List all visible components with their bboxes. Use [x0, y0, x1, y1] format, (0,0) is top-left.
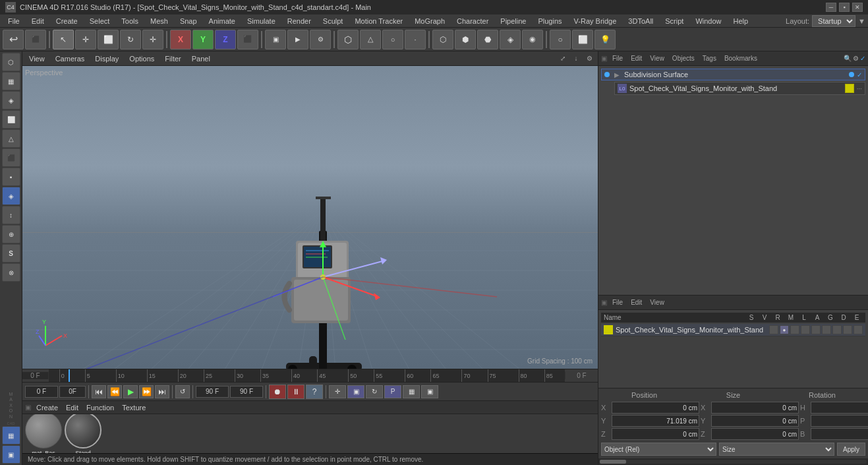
mode-solid[interactable]: ⬜: [2, 110, 20, 129]
menu-simulate[interactable]: Simulate: [242, 15, 281, 27]
p-rot-input[interactable]: [811, 415, 868, 427]
render-region-button[interactable]: ▣: [265, 30, 286, 49]
auto-key-button[interactable]: ⏸: [287, 385, 304, 399]
timeline[interactable]: 0 F 0 5 10 15 20 25 30 35 40 45 50 55 60…: [22, 369, 598, 382]
material-ball-stand[interactable]: [65, 414, 101, 449]
attr-menu-file[interactable]: File: [610, 297, 625, 307]
light-button[interactable]: 💡: [594, 30, 616, 49]
curve-playback-button[interactable]: ▣: [421, 385, 438, 398]
undo-button[interactable]: ↩: [3, 30, 24, 49]
attr-toggle-m[interactable]: [801, 325, 810, 334]
go-to-end-button[interactable]: ⏭: [155, 385, 169, 398]
scrollbar-track[interactable]: [600, 460, 867, 464]
b-rot-input[interactable]: [811, 428, 868, 440]
attr-toggle-a[interactable]: [822, 325, 831, 334]
mode-s[interactable]: S: [2, 244, 20, 263]
current-frame-field[interactable]: 0 F: [25, 386, 58, 398]
menu-tools[interactable]: Tools: [116, 15, 144, 27]
menu-mesh[interactable]: Mesh: [145, 15, 173, 27]
material-ball-mat-bas[interactable]: [25, 414, 62, 449]
render-button[interactable]: ▶: [287, 30, 308, 49]
mode-arrow[interactable]: ↕: [2, 206, 20, 224]
object-item-spotcheck[interactable]: L0 Spot_Check_Vital_Signs_Monitor_with_S…: [614, 82, 865, 95]
z-pos-input[interactable]: [612, 428, 699, 440]
transform-button[interactable]: ✛: [142, 30, 163, 49]
restore-button[interactable]: ▪: [839, 3, 850, 12]
obj-check[interactable]: ✓: [857, 71, 862, 78]
attr-toggle-l[interactable]: [811, 325, 821, 334]
obj-expand-icon[interactable]: ▶: [612, 71, 622, 78]
z-size-input[interactable]: [711, 428, 799, 440]
bottom-scrollbar[interactable]: [598, 458, 868, 465]
attr-toggle-s[interactable]: [769, 325, 778, 334]
titlebar-controls[interactable]: ─ ▪ ✕: [826, 3, 863, 12]
menu-sculpt[interactable]: Sculpt: [318, 15, 349, 27]
mode-active[interactable]: ◈: [2, 187, 20, 205]
mat-menu-function[interactable]: Function: [84, 402, 117, 413]
end-frame-field[interactable]: 90 F: [196, 386, 229, 398]
loop-button[interactable]: ↺: [175, 385, 190, 398]
menu-mograph[interactable]: MoGraph: [409, 15, 450, 27]
objects-menu-objects[interactable]: Objects: [670, 53, 697, 63]
menu-file[interactable]: File: [3, 15, 25, 27]
material-item-stand[interactable]: Stand: [65, 414, 101, 453]
coord-mode-select[interactable]: Object (Rel) World Screen: [601, 443, 716, 456]
y-size-input[interactable]: [711, 415, 799, 427]
minimize-button[interactable]: ─: [826, 3, 836, 12]
mode-checkerboard[interactable]: ▦: [2, 72, 20, 90]
x-size-input[interactable]: [711, 402, 799, 414]
menu-script[interactable]: Script: [660, 15, 689, 27]
h-rot-input[interactable]: [811, 402, 868, 414]
step-back-button[interactable]: ⏪: [107, 385, 122, 398]
play-forward-button[interactable]: ▶: [123, 385, 138, 398]
objects-menu-tags[interactable]: Tags: [700, 53, 719, 63]
menu-window[interactable]: Window: [690, 15, 726, 27]
mat-menu-texture[interactable]: Texture: [119, 402, 148, 413]
mode-bottom1[interactable]: ▦: [2, 426, 20, 445]
attr-toggle-d[interactable]: [843, 325, 852, 334]
cube-button[interactable]: ⬜: [572, 30, 593, 49]
attr-menu-edit[interactable]: Edit: [628, 297, 645, 307]
start-frame-field[interactable]: 0F: [59, 386, 86, 398]
menu-help[interactable]: Help: [728, 15, 754, 27]
world-axis-button[interactable]: ⬛: [237, 30, 258, 49]
menu-edit[interactable]: Edit: [26, 15, 49, 27]
attr-row-spotcheck[interactable]: Spot_Check_Vital_Signs_Monitor_with_Stan…: [601, 324, 865, 336]
key-info-button[interactable]: ?: [306, 385, 323, 399]
move-tool-button[interactable]: ↖: [53, 30, 74, 49]
edge-mode-button[interactable]: ○: [382, 30, 403, 49]
mode-object[interactable]: ⬡: [2, 53, 20, 71]
timeline-playhead[interactable]: [69, 369, 70, 382]
vp-camera[interactable]: ↓: [570, 53, 582, 65]
rotate-playback-button[interactable]: ↻: [366, 385, 383, 398]
y-axis-button[interactable]: Y: [192, 30, 214, 49]
x-pos-input[interactable]: [612, 402, 699, 414]
mode-bottom2[interactable]: ▣: [2, 445, 20, 464]
scrollbar-thumb[interactable]: [600, 460, 626, 464]
camera-button[interactable]: ◉: [522, 30, 543, 49]
mode-cube-left[interactable]: ⬛: [2, 148, 20, 167]
mode-wire[interactable]: △: [2, 129, 20, 148]
mode-cube-right[interactable]: ▪: [2, 168, 20, 186]
close-button[interactable]: ✕: [852, 3, 863, 12]
menu-character[interactable]: Character: [451, 15, 494, 27]
attr-menu-view[interactable]: View: [647, 297, 667, 307]
magnet-button[interactable]: ⬡: [432, 30, 453, 49]
x-axis-button[interactable]: X: [170, 30, 191, 49]
mode-snap[interactable]: ⊕: [2, 225, 20, 243]
objects-menu-edit[interactable]: Edit: [628, 53, 645, 63]
menu-motion-tracker[interactable]: Motion Tracker: [349, 15, 408, 27]
objects-check-icon[interactable]: ✓: [860, 55, 865, 62]
z-axis-button[interactable]: Z: [215, 30, 236, 49]
timeline-track[interactable]: 0 5 10 15 20 25 30 35 40 45 50 55 60 65 …: [49, 369, 565, 382]
objects-menu-view[interactable]: View: [647, 53, 667, 63]
vp-menu-view[interactable]: View: [25, 53, 49, 64]
objects-search-icon[interactable]: 🔍: [844, 55, 852, 62]
viewport-3d[interactable]: Perspective: [22, 66, 598, 369]
vp-menu-cameras[interactable]: Cameras: [51, 53, 89, 64]
select-playback-button[interactable]: ▣: [347, 385, 364, 398]
snap-button[interactable]: ⬢: [455, 30, 476, 49]
layout-select[interactable]: Startup: [812, 15, 855, 27]
mat-menu-create[interactable]: Create: [34, 402, 61, 413]
objects-menu-bookmarks[interactable]: Bookmarks: [722, 53, 760, 63]
